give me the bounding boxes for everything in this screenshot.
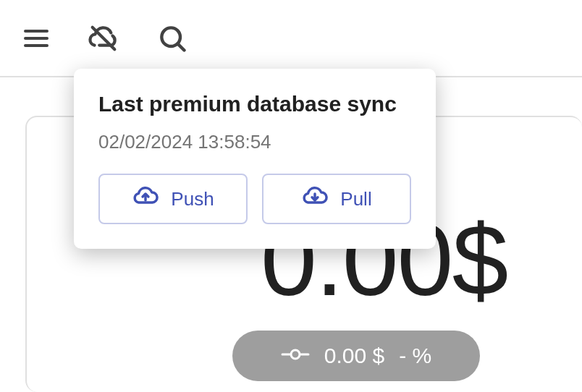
push-label: Push: [171, 188, 214, 210]
popover-date: 02/02/2024 13:58:54: [98, 131, 411, 153]
pill-percent: - %: [399, 344, 431, 368]
cloud-upload-icon: [132, 183, 159, 216]
search-icon[interactable]: [156, 22, 188, 54]
cloud-off-icon[interactable]: [87, 22, 120, 55]
timeline-icon: [281, 347, 310, 365]
svg-line-5: [177, 43, 184, 50]
topbar: [0, 0, 582, 77]
popover-title: Last premium database sync: [98, 92, 411, 116]
summary-pill[interactable]: 0.00 $ - %: [232, 331, 480, 381]
push-button[interactable]: Push: [98, 174, 248, 224]
popover-buttons: Push Pull: [98, 174, 411, 224]
menu-icon[interactable]: [22, 24, 51, 53]
cloud-download-icon: [301, 183, 329, 216]
pull-button[interactable]: Pull: [262, 174, 411, 224]
pull-label: Pull: [340, 188, 371, 210]
pill-amount: 0.00 $: [324, 344, 384, 368]
svg-point-7: [291, 350, 300, 359]
sync-popover: Last premium database sync 02/02/2024 13…: [74, 69, 436, 249]
